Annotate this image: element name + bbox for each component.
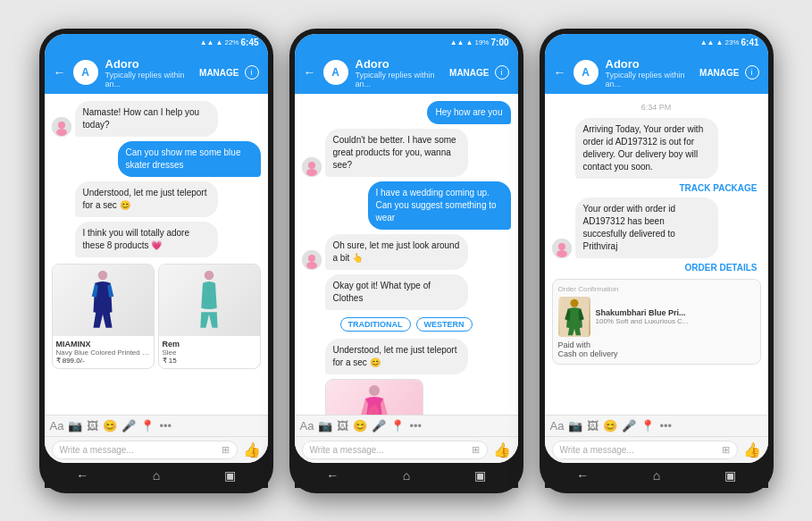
more-icon-2[interactable]: ••• — [409, 419, 422, 433]
saree-card-row — [302, 379, 511, 414]
timestamp-3: 6:34 PM — [552, 103, 761, 112]
nav-home-1[interactable]: ⌂ — [153, 468, 160, 483]
saree-card[interactable] — [325, 379, 423, 414]
msg-row-received-2a: Couldn't be better. I have some great pr… — [302, 129, 511, 177]
mic-icon-3[interactable]: 🎤 — [622, 419, 636, 433]
compose-bar-1[interactable]: Write a message... ⊞ 👍 — [45, 436, 268, 463]
bubble-received-2c: Okay got it! What type of Clothes — [325, 274, 468, 310]
compose-placeholder-1: Write a message... — [60, 445, 222, 455]
like-btn-1[interactable]: 👍 — [243, 441, 261, 458]
compose-bar-3[interactable]: Write a message... ⊞ 👍 — [545, 436, 768, 463]
camera-icon-3[interactable]: 📷 — [568, 419, 582, 433]
battery-2: 19% — [474, 38, 489, 46]
aa-icon-1[interactable]: Aa — [50, 419, 64, 433]
status-icons-1: ▲▲ ▲ 22% 6:45 — [200, 38, 259, 47]
mic-icon-2[interactable]: 🎤 — [372, 419, 386, 433]
back-button-3[interactable]: ← — [554, 65, 566, 80]
nav-back-1[interactable]: ← — [76, 468, 88, 483]
nav-recent-1[interactable]: ▣ — [224, 468, 236, 483]
emoji-icon-1[interactable]: 😊 — [103, 419, 117, 433]
aa-icon-2[interactable]: Aa — [300, 419, 314, 433]
status-bar-2: ▲▲ ▲ 19% 7:00 — [295, 34, 518, 52]
svg-point-1 — [58, 122, 65, 129]
msg-row-sent-2a: Hey how are you — [302, 101, 511, 124]
product-card-1b[interactable]: Rem Slee ₹ 15 — [158, 264, 261, 369]
compose-bar-2[interactable]: Write a message... ⊞ 👍 — [295, 436, 518, 463]
compose-input-3[interactable]: Write a message... ⊞ — [552, 441, 738, 459]
status-icons-2: ▲▲ ▲ 19% 7:00 — [450, 38, 509, 47]
svg-point-10 — [306, 262, 317, 269]
camera-icon-1[interactable]: 📷 — [68, 419, 82, 433]
order-details-link[interactable]: ORDER DETAILS — [552, 263, 761, 273]
product-brand-1a: MIAMINX — [56, 340, 150, 349]
camera-icon-2[interactable]: 📷 — [318, 419, 332, 433]
header-info-3: Adoro Typically replies within an... — [606, 57, 693, 89]
avatar-2: A — [323, 60, 348, 85]
location-icon-1[interactable]: 📍 — [140, 419, 155, 433]
nav-recent-2[interactable]: ▣ — [474, 468, 486, 483]
bubble-sent-2b: I have a wedding coming up. Can you sugg… — [368, 181, 511, 230]
back-button-1[interactable]: ← — [54, 65, 66, 80]
compose-input-1[interactable]: Write a message... ⊞ — [52, 441, 238, 459]
sticker-icon-3: ⊞ — [722, 444, 730, 456]
nav-recent-3[interactable]: ▣ — [724, 468, 736, 483]
svg-point-13 — [558, 243, 565, 250]
aa-icon-3[interactable]: Aa — [550, 419, 565, 433]
more-icon-1[interactable]: ••• — [159, 419, 172, 433]
phone-1: ▲▲ ▲ 22% 6:45 ← A Adoro Typically replie… — [39, 29, 273, 493]
header-actions-1: MANAGE i — [199, 65, 258, 80]
sticker-icon-1: ⊞ — [222, 444, 230, 456]
bubble-sent-1a: Can you show me some blue skater dresses — [118, 141, 261, 177]
manage-button-2[interactable]: MANAGE — [449, 68, 489, 78]
svg-point-7 — [306, 169, 317, 176]
header-sub-1: Typically replies within an... — [105, 71, 193, 88]
location-icon-2[interactable]: 📍 — [390, 419, 405, 433]
bubble-received-2b: Oh sure, let me just look around a bit 👆 — [325, 234, 468, 270]
svg-point-2 — [56, 129, 67, 136]
bot-avatar-1 — [52, 117, 71, 137]
info-icon-2[interactable]: i — [495, 65, 509, 80]
location-icon-3[interactable]: 📍 — [640, 419, 655, 433]
chat-area-1: Namaste! How can I help you today? Can y… — [45, 94, 268, 414]
gallery-icon-2[interactable]: 🖼 — [337, 419, 348, 433]
more-icon-3[interactable]: ••• — [659, 419, 672, 433]
bot-avatar-2a — [302, 157, 322, 177]
svg-point-11 — [369, 385, 380, 396]
header-name-1: Adoro — [105, 57, 193, 71]
like-btn-3[interactable]: 👍 — [743, 441, 761, 458]
back-button-2[interactable]: ← — [304, 65, 316, 80]
mic-icon-1[interactable]: 🎤 — [121, 419, 136, 433]
gallery-icon-1[interactable]: 🖼 — [87, 419, 98, 433]
input-toolbar-2: Aa 📷 🖼 😊 🎤 📍 ••• — [295, 415, 518, 436]
signal-icon-2: ▲▲ — [450, 38, 465, 46]
bubble-received-1c: I think you will totally adore these 8 p… — [75, 222, 218, 257]
compose-input-2[interactable]: Write a message... ⊞ — [302, 441, 488, 459]
phone-2: ▲▲ ▲ 19% 7:00 ← A Adoro Typically replie… — [289, 29, 523, 493]
track-package-link[interactable]: TRACK PACKAGE — [552, 183, 761, 193]
manage-button-1[interactable]: MANAGE — [199, 68, 239, 78]
msg-row-received-1b: Understood, let me just teleport for a s… — [52, 181, 261, 217]
bubble-received-2a: Couldn't be better. I have some great pr… — [325, 129, 468, 177]
nav-home-2[interactable]: ⌂ — [403, 468, 410, 483]
info-icon-1[interactable]: i — [245, 65, 259, 80]
info-icon-3[interactable]: i — [745, 65, 759, 80]
chat-area-2: Hey how are you Couldn't be better. I ha… — [295, 94, 518, 414]
bubble-received-2d: Understood, let me just teleport for a s… — [325, 339, 468, 374]
manage-button-3[interactable]: MANAGE — [699, 68, 739, 78]
product-card-1a[interactable]: MIAMINX Navy Blue Colored Printed Skater… — [52, 264, 155, 369]
bubble-sent-2a: Hey how are you — [427, 101, 510, 124]
traditional-button[interactable]: TRADITIONAL — [340, 317, 411, 332]
nav-home-3[interactable]: ⌂ — [653, 468, 660, 483]
phone-3: ▲▲ ▲ 23% 6:41 ← A Adoro Typically replie… — [540, 29, 774, 493]
wifi-icon-2: ▲ — [466, 38, 473, 46]
emoji-icon-3[interactable]: 😊 — [603, 419, 617, 433]
western-button[interactable]: WESTERN — [416, 317, 473, 332]
avatar-1: A — [73, 60, 98, 85]
gallery-icon-3[interactable]: 🖼 — [587, 419, 599, 433]
msg-row-sent-1a: Can you show me some blue skater dresses — [52, 141, 261, 177]
emoji-icon-2[interactable]: 😊 — [353, 419, 367, 433]
nav-back-2[interactable]: ← — [326, 468, 339, 483]
nav-back-3[interactable]: ← — [576, 468, 589, 483]
order-product-sub: 100% Soft and Luxurious C... — [596, 317, 755, 325]
like-btn-2[interactable]: 👍 — [493, 441, 511, 458]
